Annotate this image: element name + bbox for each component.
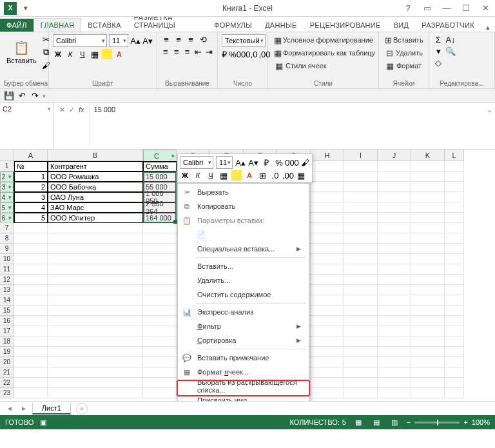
mini-percent-icon[interactable]: % [274,157,284,168]
cell[interactable] [143,233,177,244]
cell[interactable] [344,388,378,398]
cell[interactable]: 3 [14,192,48,202]
cell[interactable] [411,213,445,223]
cell[interactable] [445,264,464,275]
cell[interactable] [344,367,378,378]
fill-color-button[interactable] [102,49,112,59]
qat-dropdown-icon[interactable]: ▾ [21,3,31,14]
cell[interactable] [311,388,344,398]
cell[interactable] [378,367,411,378]
cell[interactable]: Сумма [143,161,177,171]
ctx-paste-special[interactable]: Специальная вставка...▶ [178,242,309,256]
mini-font-select[interactable]: Calibri [180,156,213,169]
cell[interactable] [445,202,464,213]
cell[interactable] [143,347,177,357]
mini-toolbar[interactable]: Calibri 11 A▴ A▾ ₽ % 000 🖌 Ж К Ч ▦ A ⊞ ,… [177,153,313,183]
row-header-20[interactable]: 20 [0,357,14,367]
cell[interactable] [344,275,378,285]
cell[interactable] [344,295,378,306]
cell[interactable] [48,306,143,316]
cell[interactable] [143,254,177,264]
sheet-nav-next[interactable]: ► [18,405,30,412]
collapse-ribbon-icon[interactable]: ▴ [481,23,495,32]
cell[interactable] [411,285,445,295]
cell[interactable] [311,336,344,347]
qat-more-icon[interactable]: ▾ [43,93,46,99]
fill-icon[interactable]: ▾ [433,46,443,56]
cell[interactable] [14,388,48,398]
row-header-9[interactable]: 9 [0,244,14,254]
row-header-10[interactable]: 10 [0,254,14,264]
cell[interactable] [378,213,411,223]
cell[interactable] [344,192,378,202]
cell[interactable] [48,275,143,285]
cell[interactable] [311,285,344,295]
cell[interactable] [378,244,411,254]
cell[interactable] [48,295,143,306]
cell[interactable]: 15 000 [143,171,177,182]
cell[interactable] [344,171,378,182]
cell[interactable] [378,223,411,233]
cell[interactable] [48,326,143,336]
sort-icon[interactable]: A↓ [445,34,456,44]
italic-button[interactable]: К [65,49,75,59]
cell[interactable] [445,357,464,367]
cell[interactable] [344,182,378,192]
cell[interactable] [378,182,411,192]
cell[interactable]: 1 [14,171,48,182]
cell[interactable] [311,367,344,378]
cell[interactable]: 164 000 [143,213,177,223]
mini-bold-icon[interactable]: Ж [180,170,190,180]
cell[interactable] [311,202,344,213]
cell[interactable] [445,161,464,171]
percent-icon[interactable]: % [229,49,237,59]
cell[interactable] [411,182,445,192]
cell[interactable]: Контрагент [48,161,143,171]
ctx-filter[interactable]: Фильтр▶ [178,319,309,333]
row-header-19[interactable]: 19 [0,347,14,357]
cell[interactable] [411,275,445,285]
cell[interactable] [344,347,378,357]
mini-dec-dec-icon[interactable]: ,00 [283,170,293,180]
cell[interactable] [411,388,445,398]
row-header-14[interactable]: 14 [0,295,14,306]
cell[interactable] [14,244,48,254]
cell[interactable] [411,347,445,357]
cell[interactable] [143,306,177,316]
ctx-quick-analysis[interactable]: 📊Экспресс-анализ [178,305,309,319]
cell[interactable] [14,254,48,264]
tab-data[interactable]: ДАННЫЕ [258,19,304,32]
cell[interactable] [48,316,143,326]
cell[interactable] [411,357,445,367]
view-normal-icon[interactable]: ▦ [353,418,364,427]
mini-grow-icon[interactable]: A▴ [235,157,246,168]
ctx-insert[interactable]: Вставить... [178,259,309,273]
cell[interactable] [378,202,411,213]
cell[interactable] [344,306,378,316]
ctx-paste-option[interactable]: 📄 [178,228,309,242]
zoom-control[interactable]: − + 100% [407,418,490,426]
row-header-5[interactable]: 5 [0,202,14,213]
cell[interactable] [445,275,464,285]
mini-italic-icon[interactable]: К [193,170,203,180]
row-header-21[interactable]: 21 [0,367,14,378]
tab-developer[interactable]: РАЗРАБОТЧИК [415,19,481,32]
cell[interactable] [344,244,378,254]
cell[interactable]: 2 550 264 [143,202,177,213]
ctx-comment[interactable]: 💬Вставить примечание [178,351,309,365]
cell[interactable] [48,388,143,398]
tab-home[interactable]: ГЛАВНАЯ [34,18,82,32]
cell[interactable] [311,295,344,306]
cell[interactable] [378,171,411,182]
insert-cells-button[interactable]: ⊞Вставить [383,34,425,46]
cell[interactable]: ЗАО Марс [48,202,143,213]
mini-shrink-icon[interactable]: A▾ [248,157,258,168]
cell[interactable] [344,264,378,275]
autosum-icon[interactable]: Σ [433,34,443,44]
help-icon[interactable]: ? [398,0,418,17]
mini-comma-icon[interactable]: 000 [287,157,297,168]
expand-formula-icon[interactable]: ⌄ [483,103,495,149]
cell[interactable] [143,223,177,233]
cell[interactable] [378,347,411,357]
zoom-in-icon[interactable]: + [463,418,467,426]
